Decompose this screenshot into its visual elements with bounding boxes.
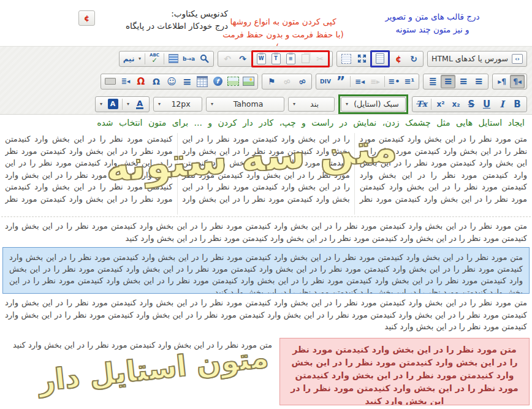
redo-button[interactable]: ↷ xyxy=(235,52,250,66)
paste-text-icon: T xyxy=(272,53,281,64)
copy-button[interactable] xyxy=(298,52,313,66)
paste-word-icon: W xyxy=(257,53,266,64)
group-text-styles: Tx x² x₂ S U I B xyxy=(412,96,527,112)
undo-button[interactable]: ↶ xyxy=(220,52,235,66)
maximize-icon xyxy=(357,54,367,63)
justify-block-button[interactable]: ≣ xyxy=(425,75,440,88)
editor-page: ¢ کدنویس یکتاوب: درج خودکار اطلاعات در پ… xyxy=(0,0,532,409)
codenvis-icon: ¢ xyxy=(84,13,89,23)
blockquote-icon: ” xyxy=(336,78,345,85)
underline-button[interactable]: U xyxy=(479,97,494,111)
image-map-button[interactable] xyxy=(226,75,240,88)
codenvis-button[interactable]: ¢ xyxy=(78,10,95,26)
background-color-menu-button[interactable]: ▾ xyxy=(97,97,105,111)
table-button[interactable] xyxy=(195,75,210,88)
styles-annotation-rectangle: ▾ سبک (استایل) xyxy=(338,94,408,114)
bold-button[interactable]: B xyxy=(510,97,525,111)
hidden-field-icon xyxy=(105,78,116,85)
image-button[interactable] xyxy=(241,75,256,88)
paragraph-rtl-icon: ¶◂ xyxy=(513,77,522,86)
half-space-menu-button[interactable]: ▾ xyxy=(137,52,143,66)
align-center-icon: ≡ xyxy=(459,75,467,87)
align-left-button[interactable]: ≡ xyxy=(471,75,486,88)
codenvis-line1: کدنویس یکتاوب: xyxy=(99,7,228,20)
background-color-button[interactable]: A xyxy=(105,97,120,111)
paste-button[interactable]: ≡ xyxy=(283,52,298,66)
align-right-button[interactable]: ≡ xyxy=(441,75,455,88)
search-button[interactable] xyxy=(197,52,211,66)
unlink-icon: ∞ xyxy=(281,75,292,88)
text-color-button[interactable]: A xyxy=(132,97,147,111)
spellcheck-button[interactable]: ABC ✓ xyxy=(147,52,162,66)
blockquote-button[interactable]: ” xyxy=(333,75,348,88)
paragraph-1[interactable]: متن مورد نظر را در این بخش وارد کنیدمتن … xyxy=(5,220,527,244)
smiley-button[interactable]: ☺ xyxy=(164,75,179,88)
source-button[interactable]: ‹› سورس یا کدهای HTML xyxy=(427,51,527,67)
bold-icon: B xyxy=(514,99,520,110)
redo-icon: ↷ xyxy=(239,54,246,64)
background-color-icon: A xyxy=(108,99,118,109)
italic-button[interactable]: I xyxy=(495,97,509,111)
strikethrough-button[interactable]: S xyxy=(464,97,479,111)
div-container-button[interactable]: DIV xyxy=(318,75,333,88)
increase-indent-button[interactable]: ≡▸ xyxy=(368,75,382,88)
select-all-button[interactable] xyxy=(339,52,354,66)
source-label: سورس یا کدهای HTML xyxy=(431,54,508,63)
separator xyxy=(145,53,145,64)
remove-format-button[interactable]: Tx xyxy=(414,97,429,111)
preview-button[interactable]: ↻ xyxy=(406,52,421,66)
codenvis-toolbar-button[interactable]: ¢ xyxy=(391,52,406,66)
decrease-indent-button[interactable]: ≡◂ xyxy=(352,75,367,88)
half-space-button[interactable]: نیم xyxy=(121,52,136,66)
numbered-list-icon: ≡¹ xyxy=(405,77,415,86)
superscript-button[interactable]: x² xyxy=(433,97,448,111)
codenvis-line2: درج خودکار اطلاعات در پایگاه xyxy=(99,20,228,32)
cut-button[interactable]: ✂ xyxy=(313,52,327,66)
blue-styled-box[interactable]: متن مورد نظر را در این بخش وارد کنیدمتن … xyxy=(2,247,530,294)
page-break-button[interactable]: ≣◂ xyxy=(118,75,133,88)
page-break-icon: ≣◂ xyxy=(121,77,131,85)
spellcheck-icon: ABC ✓ xyxy=(150,53,159,64)
paragraph-ltr-button[interactable]: ▸¶ xyxy=(495,75,509,88)
numbered-list-button[interactable]: ≡¹ xyxy=(402,75,417,88)
flash-icon: f xyxy=(213,77,222,86)
copy-annotation-line1: کپی کردن متون به انواع روشها xyxy=(216,15,351,28)
template-document-icon xyxy=(376,53,384,64)
codenvis-block: ¢ کدنویس یکتاوب: درج خودکار اطلاعات در پ… xyxy=(78,7,228,32)
text-color-menu-button[interactable]: ▾ xyxy=(124,97,132,111)
symbols-button[interactable]: Ω xyxy=(134,75,148,88)
hidden-field-button[interactable] xyxy=(103,75,118,88)
bulleted-list-button[interactable]: ≡• xyxy=(387,75,401,88)
group-colors: ▾ A ▾ A xyxy=(95,96,150,112)
templates-button[interactable] xyxy=(373,52,387,66)
source-code-icon: ‹› xyxy=(512,54,523,64)
flash-button[interactable]: f xyxy=(210,75,225,88)
decrease-indent-icon: ≡◂ xyxy=(355,77,365,86)
anchor-button[interactable]: ⚑ xyxy=(264,75,279,88)
horizontal-rule-button[interactable]: ≡ xyxy=(180,75,194,88)
horizontal-rule-icon: ≡ xyxy=(183,75,191,88)
paste-from-word-button[interactable]: W xyxy=(254,52,268,66)
chevron-down-icon: ▾ xyxy=(158,102,161,107)
paste-as-text-button[interactable]: T xyxy=(268,52,283,66)
find-replace-button[interactable]: b→a xyxy=(181,52,196,66)
font-family-select[interactable]: ▾ Tahoma xyxy=(206,97,284,112)
select-text-block-button[interactable] xyxy=(166,52,181,66)
subscript-button[interactable]: x₂ xyxy=(449,97,463,111)
special-character-button[interactable]: Ω xyxy=(149,75,164,88)
unlink-button[interactable]: ∞ xyxy=(279,75,294,88)
styles-select[interactable]: ▾ سبک (استایل) xyxy=(341,97,406,112)
codenvis-text: کدنویس یکتاوب: درج خودکار اطلاعات در پای… xyxy=(99,7,228,32)
maximize-button[interactable] xyxy=(354,52,369,66)
link-button[interactable]: ∞ xyxy=(295,75,310,88)
pink-styled-box[interactable]: متن مورد نظر را در این بخش وارد کنیدمتن … xyxy=(279,338,530,405)
paragraph-rtl-button[interactable]: ¶◂ xyxy=(510,75,525,88)
anchor-icon: ⚑ xyxy=(268,77,276,86)
paragraph-2[interactable]: متن مورد نظر را در این بخش وارد کنیدمتن … xyxy=(5,297,527,333)
font-size-select[interactable]: ▾ 12px xyxy=(153,97,202,112)
codenvis-icon: ¢ xyxy=(395,54,401,64)
search-icon xyxy=(200,54,209,63)
align-center-button[interactable]: ≡ xyxy=(456,75,471,88)
paste-annotation-rectangle: W T ≡ ✂ xyxy=(251,50,330,67)
paragraph-format-select[interactable]: ▾ بند xyxy=(288,97,335,112)
